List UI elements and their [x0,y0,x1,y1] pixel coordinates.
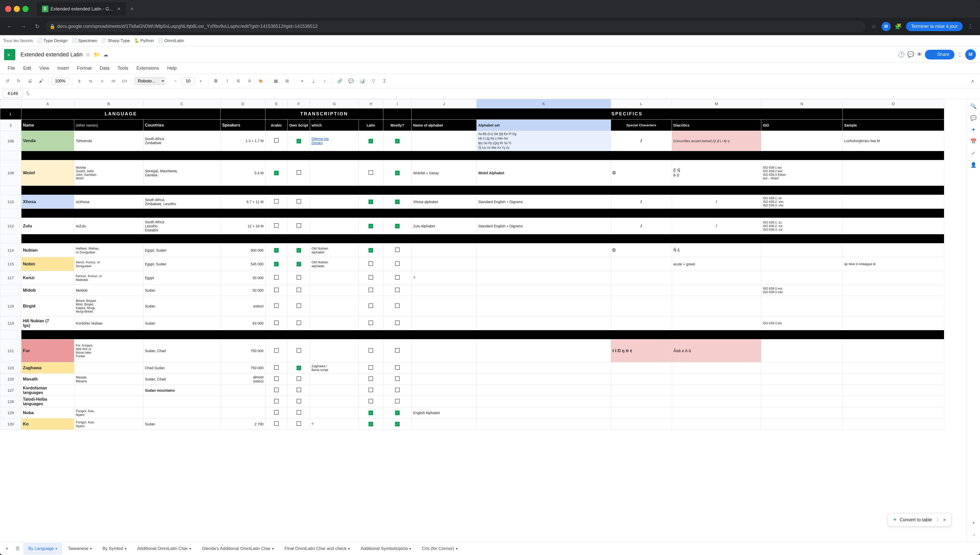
cell-119-mostly[interactable] [383,316,412,330]
cell-123-arabic[interactable] [265,363,288,374]
cell-125-script[interactable] [288,374,310,385]
cell-115-mostly[interactable] [383,257,412,271]
menu-insert[interactable]: Insert [54,64,72,72]
cell-110-arabic[interactable] [265,195,288,209]
cell-119-arabic[interactable] [265,316,288,330]
col-header-i[interactable]: I [383,99,412,109]
tab-close-icon[interactable]: ✕ [117,6,121,12]
cell-129-mostly[interactable] [383,407,412,419]
tab-dropdown-5[interactable]: ▾ [272,547,274,551]
cell-127-mostly[interactable] [383,385,412,396]
menu-edit[interactable]: Edit [20,64,35,72]
font-selector[interactable]: Roboto... [135,77,165,85]
row-num-117[interactable]: 117 [0,271,21,285]
row-num-1[interactable]: 1 [0,109,21,120]
redo-button[interactable]: ↻ [14,76,24,86]
row-num-115[interactable]: 115 [0,257,21,271]
cell-108-script[interactable] [288,160,310,186]
menu-file[interactable]: File [4,64,19,72]
valign-button[interactable]: ⊥ [308,76,318,86]
cell-110-latin[interactable] [359,195,383,209]
col-header-f[interactable]: F [288,99,310,109]
decimal-less[interactable]: .0 [97,76,107,86]
cell-108-arabic[interactable] [265,160,288,186]
maximize-btn[interactable] [22,6,29,12]
cell-110-mostly[interactable] [383,195,412,209]
strikethrough-button[interactable]: S [234,76,243,86]
bold-button[interactable]: B [211,76,221,86]
row-num-106[interactable]: 106 [0,131,21,151]
row-num-114[interactable]: 114 [0,244,21,257]
cell-117-arabic[interactable] [265,271,288,285]
print-button[interactable]: 🖨 [25,76,35,86]
bookmark-specimen[interactable]: 📄 Specimen [72,38,98,43]
row-num-121[interactable]: 121 [0,339,21,363]
corner-cell[interactable] [0,99,21,109]
col-header-n[interactable]: N [761,99,843,109]
profile-avatar[interactable]: M [965,49,976,60]
row-num-119[interactable]: 119 [0,316,21,330]
view-icon[interactable]: 👁 [917,51,922,58]
cell-114-script[interactable] [288,244,310,257]
menu-view[interactable]: View [36,64,53,72]
cell-128-script[interactable] [288,396,310,407]
cell-121-latin[interactable] [359,339,383,363]
forward-button[interactable]: → [18,21,29,32]
more-options-icon[interactable]: ⋮ [965,21,976,32]
cell-119-script[interactable] [288,316,310,330]
cell-118-script[interactable] [288,296,310,316]
borders-button[interactable]: ▦ [271,76,281,86]
tab-glenda-additional[interactable]: Glenda's Additional OmniLatin Char ▾ [197,543,279,554]
active-tab[interactable]: E Extended extended Latin - G... ✕ [37,2,126,16]
fill-color-button[interactable]: 🎨 [256,76,266,86]
menu-help[interactable]: Help [164,64,180,72]
cell-117b-script[interactable] [288,285,310,296]
tab-final-omniLatin[interactable]: Final OmniLatin Char and check ▾ [280,543,355,554]
convert-toast-close-icon[interactable]: ✕ [943,518,946,522]
row-num-117b[interactable] [0,285,21,296]
sidebar-explore-icon[interactable]: 🔍 [969,101,979,111]
cell-117b-mostly[interactable] [383,285,412,296]
row-num-108[interactable]: 108 [0,160,21,186]
address-bar[interactable]: 🔒 docs.google.com/spreadsheets/d/1Tk8aGh… [45,21,866,32]
cell-125-latin[interactable] [359,374,383,385]
sidebar-calendar-icon[interactable]: 📅 [969,136,979,146]
undo-button[interactable]: ↺ [3,76,12,86]
format-number[interactable]: 123 [119,76,129,86]
cell-128-mostly[interactable] [383,396,412,407]
tab-taiwanese[interactable]: Taiwanese ▾ [63,543,96,554]
sidebar-chat-icon[interactable]: 💬 [969,113,979,123]
cell-117-latin[interactable] [359,271,383,285]
insert-comment-button[interactable]: 💬 [346,76,356,86]
folder-icon[interactable]: 📁 [94,51,100,58]
cell-127-latin[interactable] [359,385,383,396]
cell-123-latin[interactable] [359,363,383,374]
chart-button[interactable]: 📊 [357,76,367,86]
profile-icon[interactable]: M [882,22,891,31]
row-num-118[interactable]: 118 [0,296,21,316]
function-button[interactable]: Σ [380,76,390,86]
collapse-toolbar-button[interactable]: ∧ [968,76,977,86]
convert-toast-text[interactable]: Convert to table [900,517,932,523]
cell-108-latin[interactable] [359,160,383,186]
row-num-111[interactable] [0,209,21,218]
tab-cris-for-connor[interactable]: Cris (for Connor) ▾ [417,543,462,554]
bookmark-sharp-type[interactable]: 📄 Sharp Type [101,38,130,43]
row-num-127[interactable]: 127 [0,385,21,396]
zoom-input[interactable] [51,78,69,85]
cell-129-latin[interactable] [359,407,383,419]
menu-extensions[interactable]: Extensions [133,64,162,72]
menu-format[interactable]: Format [74,64,95,72]
cell-130-mostly[interactable] [383,419,412,430]
cell-118-arabic[interactable] [265,296,288,316]
cell-117-mostly[interactable] [383,271,412,285]
cell-106-latin[interactable] [359,131,383,151]
cell-119-latin[interactable] [359,316,383,330]
cell-108-mostly[interactable] [383,160,412,186]
cell-128-arabic[interactable] [265,396,288,407]
col-header-l[interactable]: L [611,99,672,109]
cell-115-latin[interactable] [359,257,383,271]
text-color-button[interactable]: A [245,76,255,86]
cell-127-arabic[interactable] [265,385,288,396]
col-header-c[interactable]: C [143,99,220,109]
